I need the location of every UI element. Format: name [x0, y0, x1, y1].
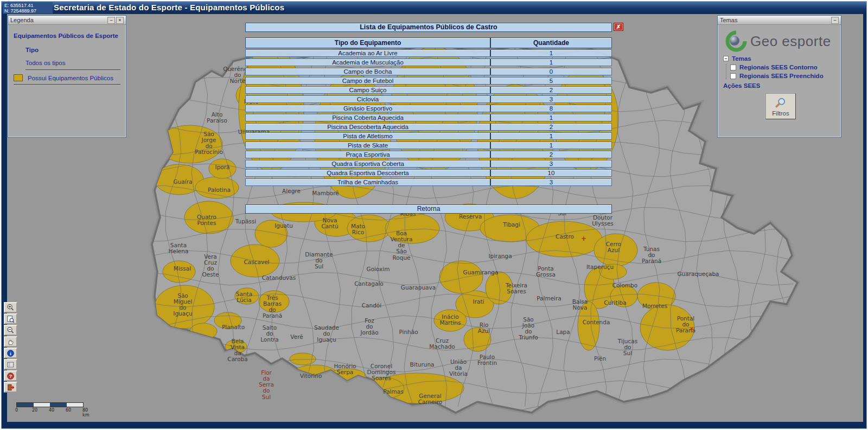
map-label: Cruz Machado	[429, 338, 455, 350]
coordinate-northing: N: 7254889.97	[4, 8, 51, 14]
coordinate-easting: E: 635517.41	[4, 3, 51, 8]
minimize-button[interactable]: –	[831, 17, 839, 24]
map-label: São Miguel do Iguaçu	[173, 293, 192, 317]
table-row[interactable]: Ciclovia3	[245, 95, 612, 103]
map-label: Flor da Serra do Sul	[259, 370, 274, 400]
legend-item-all-types: Todos os tipos	[25, 60, 120, 66]
map-label: Curitiba	[604, 300, 626, 306]
minimize-button[interactable]: –	[107, 17, 115, 24]
dialog-title: Lista de Equipamentos Públicos de Castro	[245, 23, 612, 32]
cell-equipment-type: Academia de Musculação	[246, 59, 491, 66]
zoom-out-tool[interactable]	[4, 325, 17, 336]
help-tool[interactable]	[4, 370, 17, 381]
cell-equipment-type: Piscina Coberta Aquecida	[246, 114, 491, 121]
themes-titlebar[interactable]: Temas –	[718, 16, 841, 25]
map-label: Guamiranga	[463, 269, 499, 275]
scale-segment	[17, 403, 34, 407]
map-label: Saudade do Iguaçu	[314, 325, 339, 343]
map-label: Diamante do Sul	[305, 252, 333, 269]
legend-group-heading: Tipo	[25, 47, 120, 53]
map-label: Doutor Ulysses	[592, 215, 614, 227]
app-window: E: 635517.41 N: 7254889.97 Secretaria de…	[1, 1, 867, 429]
themes-tree-root: − Temas	[723, 55, 841, 62]
close-button[interactable]: ×	[116, 17, 124, 24]
tree-collapse-icon[interactable]: −	[723, 56, 729, 61]
map-label: Teixeira Soares	[506, 283, 527, 294]
scale-bar: 020406080 km	[16, 402, 88, 414]
equipment-list-dialog: Lista de Equipamentos Públicos de Castro…	[245, 23, 612, 205]
legend-divider	[25, 69, 120, 70]
legend-layer-heading: Equipamentos Públicos de Esporte	[14, 33, 120, 39]
map-label: Reserva	[459, 214, 482, 220]
table-row[interactable]: Pista de Skate1	[245, 142, 612, 149]
map-label: Três Barras do Paraná	[263, 295, 282, 319]
map-label: Pinhão	[399, 329, 418, 335]
map-label: Quatro Pontes	[197, 214, 216, 226]
geo-esporte-logo-icon	[725, 30, 747, 52]
exit-tool[interactable]	[4, 382, 17, 393]
map-label: Vitorino	[300, 373, 322, 379]
map-label: Colombo	[612, 283, 637, 288]
cell-quantity: 1	[491, 133, 611, 139]
cell-quantity: 2	[491, 151, 611, 158]
table-row[interactable]: Campo de Futebol5	[245, 77, 612, 85]
table-row[interactable]: Quadra Esportiva Descoberta10	[245, 169, 612, 177]
retorna-button[interactable]: Retorna	[245, 204, 612, 214]
cell-quantity: 10	[491, 170, 611, 176]
cell-quantity: 3	[491, 161, 611, 167]
cell-quantity: 2	[491, 87, 611, 93]
table-row[interactable]: Campo de Bocha0	[245, 68, 612, 75]
zoom-in-tool[interactable]	[4, 302, 17, 313]
map-label: Bituruna	[410, 362, 435, 368]
cell-quantity: 5	[491, 78, 611, 84]
layer-checkbox[interactable]	[730, 73, 736, 79]
cell-quantity: 3	[491, 179, 611, 185]
table-row[interactable]: Piscina Descoberta Aquecida2	[245, 123, 612, 131]
table-row[interactable]: Academia ao Ar Livre1	[245, 49, 612, 57]
pan-tool[interactable]	[4, 336, 17, 347]
map-label: Piên	[594, 356, 606, 362]
cell-equipment-type: Campo de Bocha	[246, 68, 491, 75]
map-label: Morretes	[642, 303, 667, 309]
column-header-quantity: Quantidade	[491, 39, 611, 47]
map-label: Paulo Frontin	[477, 354, 497, 366]
page-title: Secretaria de Estado do Esporte - Equipa…	[54, 3, 284, 12]
map-label: União da Vitória	[449, 359, 468, 377]
legend-titlebar[interactable]: Legenda – ×	[8, 16, 126, 25]
map-label: Goioxim	[367, 266, 390, 272]
map-label: Lapa	[556, 329, 570, 335]
layer-label: Regionais SEES Contorno	[739, 64, 818, 70]
table-row[interactable]: Quadra Esportiva Coberta3	[245, 160, 612, 168]
cell-equipment-type: Campo de Futebol	[246, 78, 491, 84]
table-row[interactable]: Praça Esportiva2	[245, 151, 612, 158]
dialog-close-button[interactable]: ✗	[614, 23, 623, 31]
filtros-button[interactable]: Filtros	[765, 93, 796, 119]
cell-quantity: 1	[491, 142, 611, 149]
attribute-list-tool[interactable]	[4, 359, 17, 370]
layer-checkbox[interactable]	[730, 65, 736, 70]
coordinates-readout: E: 635517.41 N: 7254889.97	[3, 2, 53, 14]
table-row[interactable]: Ginásio Esportivo8	[245, 105, 612, 112]
map-label: Contenda	[583, 319, 610, 325]
legend-item-has-equipment: Possui Equipamentos Públicos	[14, 74, 120, 81]
map-label: Nova Cantú	[321, 217, 338, 229]
map-label: Itaperuçu	[586, 264, 614, 270]
zoom-extent-tool[interactable]	[4, 313, 17, 324]
scale-tick-label: 20	[32, 408, 37, 413]
table-row[interactable]: Campo Suiço2	[245, 86, 612, 94]
table-row[interactable]: Pista de Atletismo1	[245, 132, 612, 140]
table-row[interactable]: Trilha de Caminhadas3	[245, 178, 612, 186]
actions-sees-label: Ações SEES	[723, 82, 841, 89]
cell-quantity: 3	[491, 96, 611, 102]
geo-esporte-logo-text: Geo esporte	[750, 33, 831, 50]
table-row[interactable]: Piscina Coberta Aquecida1	[245, 114, 612, 121]
table-header-row: Tipo do Equipamento Quantidade	[245, 37, 612, 48]
map-label: Santa Lúcia	[236, 291, 252, 303]
scale-tick-label: 0	[15, 408, 18, 413]
scale-segment	[50, 403, 67, 407]
table-row[interactable]: Academia de Musculação1	[245, 59, 612, 66]
info-tool[interactable]	[4, 348, 17, 358]
zoom-in-icon	[7, 304, 15, 312]
map-viewport[interactable]: i ?	[3, 14, 863, 422]
table-body: Academia ao Ar Livre1Academia de Muscula…	[245, 49, 612, 188]
